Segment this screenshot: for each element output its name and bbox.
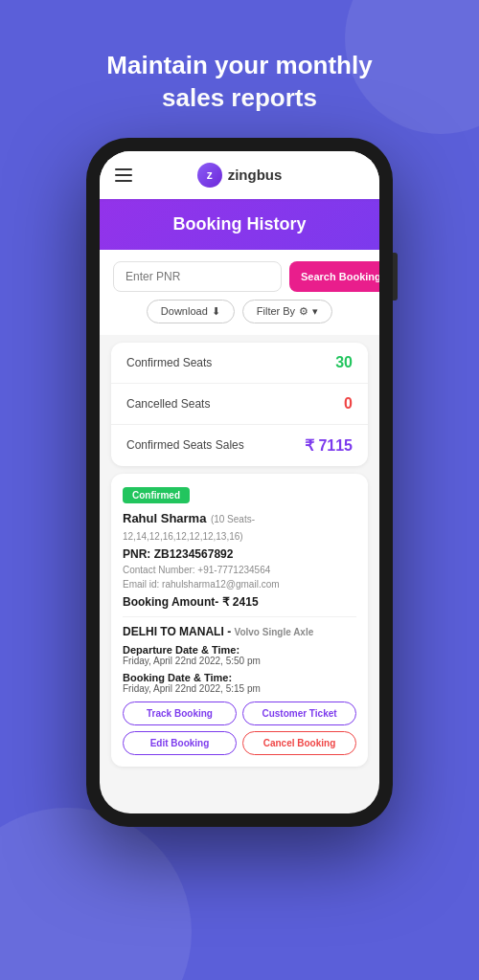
search-row: Search Booking (113, 261, 366, 292)
booking-date-value: Friday, April 22nd 2022, 5:15 pm (123, 683, 356, 694)
phone-frame: z zingbus Booking History Search Booking… (86, 138, 393, 827)
stats-section: Confirmed Seats 30 Cancelled Seats 0 Con… (111, 343, 368, 466)
passenger-info: Rahul Sharma (10 Seats- 12,14,12,16,12,1… (123, 509, 356, 544)
confirmed-seats-value: 30 (335, 354, 353, 371)
card-divider (123, 616, 356, 617)
departure-label: Departure Date & Time: (123, 644, 356, 656)
confirmed-sales-value: ₹ 7115 (305, 436, 353, 455)
phone-wrapper: z zingbus Booking History Search Booking… (0, 138, 479, 827)
hamburger-line2 (115, 174, 132, 176)
search-section: Search Booking Download ⬇ Filter By ⚙ ▾ (100, 250, 379, 335)
track-booking-button[interactable]: Track Booking (123, 702, 237, 725)
filter-button[interactable]: Filter By ⚙ ▾ (242, 300, 332, 323)
cancel-booking-button[interactable]: Cancel Booking (242, 731, 356, 755)
app-bar: z zingbus (100, 151, 379, 199)
brand-name: zingbus (228, 167, 283, 183)
download-button[interactable]: Download ⬇ (147, 300, 235, 323)
confirmed-sales-row: Confirmed Seats Sales ₹ 7115 (111, 425, 368, 466)
confirmed-seats-row: Confirmed Seats 30 (111, 343, 368, 384)
cancelled-seats-value: 0 (344, 395, 353, 412)
action-buttons: Track Booking Customer Ticket Edit Booki… (123, 702, 356, 755)
booking-history-header: Booking History (100, 199, 379, 250)
page-header: Maintain your monthly sales reports (0, 0, 479, 138)
status-badge: Confirmed (123, 487, 190, 503)
header-title-line1: Maintain your monthly (106, 51, 372, 79)
booking-card: Confirmed Rahul Sharma (10 Seats- 12,14,… (111, 474, 368, 767)
email-info: Email id: rahulsharma12@gmail.com (123, 577, 356, 591)
contact-number: Contact Number: +91-7771234564 (123, 563, 356, 577)
chevron-down-icon: ▾ (312, 305, 318, 318)
brand-initial: z (207, 168, 213, 182)
bg-decoration-bottom (0, 808, 192, 980)
cancelled-seats-label: Cancelled Seats (126, 397, 210, 411)
hamburger-line1 (115, 168, 132, 170)
download-icon: ⬇ (212, 305, 220, 318)
filter-icon: ⚙ (299, 305, 308, 318)
booking-date-label: Booking Date & Time: (123, 672, 356, 683)
filter-label: Filter By (257, 305, 295, 317)
download-label: Download (161, 305, 208, 317)
brand-logo: z (197, 163, 222, 188)
confirmed-seats-label: Confirmed Seats (126, 356, 212, 369)
route-title: DELHI TO MANALI - Volvo Single Axle (123, 625, 356, 638)
booking-history-title: Booking History (115, 214, 364, 234)
brand: z zingbus (197, 163, 283, 188)
search-booking-button[interactable]: Search Booking (289, 261, 379, 292)
pnr-input[interactable] (113, 261, 282, 292)
edit-booking-button[interactable]: Edit Booking (123, 731, 237, 755)
route-name: DELHI TO MANALI (123, 625, 224, 638)
hamburger-menu-button[interactable] (115, 168, 132, 182)
phone-screen: z zingbus Booking History Search Booking… (100, 151, 379, 813)
cancelled-seats-row: Cancelled Seats 0 (111, 384, 368, 425)
booking-amount: Booking Amount- ₹ 2415 (123, 595, 356, 609)
hamburger-line3 (115, 180, 132, 182)
pnr-number: PNR: ZB1234567892 (123, 547, 356, 561)
bus-type: Volvo Single Axle (234, 627, 313, 637)
confirmed-sales-label: Confirmed Seats Sales (126, 438, 244, 452)
departure-value: Friday, April 22nd 2022, 5:50 pm (123, 656, 356, 666)
passenger-name: Rahul Sharma (123, 511, 206, 525)
customer-ticket-button[interactable]: Customer Ticket (242, 702, 356, 725)
header-title-line2: sales reports (162, 83, 317, 112)
action-row: Download ⬇ Filter By ⚙ ▾ (113, 300, 366, 327)
